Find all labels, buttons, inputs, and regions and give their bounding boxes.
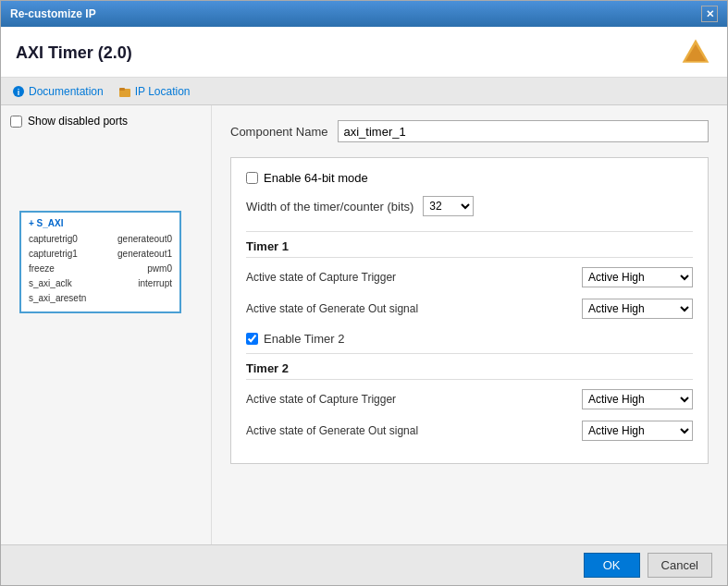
show-disabled-checkbox[interactable] bbox=[10, 116, 22, 128]
diagram-row: capturetrig0 generateout0 bbox=[29, 232, 172, 247]
timer1-title: Timer 1 bbox=[246, 239, 693, 258]
svg-rect-5 bbox=[119, 88, 125, 91]
diagram-row: capturetrig1 generateout1 bbox=[29, 247, 172, 262]
title-bar: Re-customize IP ✕ bbox=[1, 1, 727, 27]
enable-timer2-label: Enable Timer 2 bbox=[264, 332, 344, 346]
enable-64bit-checkbox[interactable] bbox=[246, 172, 258, 184]
diagram-left-3: s_axi_aclk bbox=[29, 276, 72, 291]
diagram-left-4: s_axi_aresetn bbox=[29, 291, 86, 306]
timer2-capture-trigger-row: Active state of Capture Trigger Active H… bbox=[246, 387, 693, 411]
info-icon: i bbox=[12, 85, 25, 98]
timer2-capture-trigger-label: Active state of Capture Trigger bbox=[246, 393, 396, 406]
width-label: Width of the timer/counter (bits) bbox=[246, 200, 413, 214]
enable-64bit-label: Enable 64-bit mode bbox=[264, 171, 368, 185]
timer1-capture-trigger-row: Active state of Capture Trigger Active H… bbox=[246, 265, 693, 289]
dialog-body: Show disabled ports + S_AXI capturetrig0… bbox=[1, 105, 727, 544]
ok-button[interactable]: OK bbox=[584, 553, 640, 578]
enable-64bit-row: Enable 64-bit mode bbox=[246, 171, 693, 185]
diagram-row: s_axi_aresetn bbox=[29, 291, 172, 306]
vivado-logo-icon bbox=[679, 36, 712, 69]
timer2-generate-out-row: Active state of Generate Out signal Acti… bbox=[246, 419, 693, 443]
dialog-footer: OK Cancel bbox=[1, 544, 727, 585]
divider-1 bbox=[246, 231, 693, 232]
show-disabled-row: Show disabled ports bbox=[10, 115, 202, 128]
title-bar-text: Re-customize IP bbox=[10, 7, 96, 20]
ip-location-link[interactable]: IP Location bbox=[118, 85, 191, 98]
timer1-generate-out-select[interactable]: Active High Active Low bbox=[582, 299, 693, 319]
diagram-row: freeze pwm0 bbox=[29, 262, 172, 276]
diagram-right-3: interrupt bbox=[138, 276, 172, 291]
width-select[interactable]: 8 16 32 bbox=[423, 196, 474, 216]
svg-text:i: i bbox=[18, 88, 20, 97]
timer1-capture-trigger-select[interactable]: Active High Active Low bbox=[582, 267, 693, 287]
timer2-generate-out-select[interactable]: Active High Active Low bbox=[582, 421, 693, 441]
diagram-title: + S_AXI bbox=[29, 218, 172, 228]
diagram-left-0: capturetrig0 bbox=[29, 232, 78, 247]
left-panel: Show disabled ports + S_AXI capturetrig0… bbox=[1, 105, 212, 544]
config-box: Enable 64-bit mode Width of the timer/co… bbox=[230, 157, 709, 464]
diagram-right-2: pwm0 bbox=[147, 262, 172, 276]
diagram-left-1: capturetrig1 bbox=[29, 247, 78, 262]
timer2-title: Timer 2 bbox=[246, 361, 693, 380]
close-button[interactable]: ✕ bbox=[701, 6, 718, 22]
enable-timer2-checkbox[interactable] bbox=[246, 333, 258, 345]
documentation-label: Documentation bbox=[29, 85, 104, 98]
timer1-generate-out-label: Active state of Generate Out signal bbox=[246, 302, 418, 315]
timer2-generate-out-label: Active state of Generate Out signal bbox=[246, 424, 418, 437]
timer2-capture-trigger-select[interactable]: Active High Active Low bbox=[582, 389, 693, 409]
cancel-button[interactable]: Cancel bbox=[648, 553, 712, 578]
dialog-header: AXI Timer (2.0) bbox=[1, 27, 727, 78]
width-row: Width of the timer/counter (bits) 8 16 3… bbox=[246, 196, 693, 216]
right-panel: Component Name Enable 64-bit mode Width … bbox=[212, 105, 727, 544]
component-diagram: + S_AXI capturetrig0 generateout0 captur… bbox=[19, 211, 181, 313]
diagram-right-1: generateout1 bbox=[117, 247, 172, 262]
component-name-row: Component Name bbox=[230, 120, 709, 142]
timer1-capture-trigger-label: Active state of Capture Trigger bbox=[246, 271, 396, 284]
divider-2 bbox=[246, 353, 693, 354]
toolbar: i Documentation IP Location bbox=[1, 78, 727, 105]
component-name-label: Component Name bbox=[230, 125, 328, 139]
ip-location-label: IP Location bbox=[135, 85, 191, 98]
component-name-input[interactable] bbox=[338, 120, 709, 142]
documentation-link[interactable]: i Documentation bbox=[12, 85, 104, 98]
diagram-left-2: freeze bbox=[29, 262, 55, 276]
dialog-title: AXI Timer (2.0) bbox=[16, 43, 132, 63]
enable-timer2-row: Enable Timer 2 bbox=[246, 332, 693, 346]
folder-icon bbox=[118, 85, 131, 98]
timer1-generate-out-row: Active state of Generate Out signal Acti… bbox=[246, 297, 693, 321]
diagram-right-0: generateout0 bbox=[117, 232, 172, 247]
diagram-row: s_axi_aclk interrupt bbox=[29, 276, 172, 291]
show-disabled-label: Show disabled ports bbox=[28, 115, 128, 128]
